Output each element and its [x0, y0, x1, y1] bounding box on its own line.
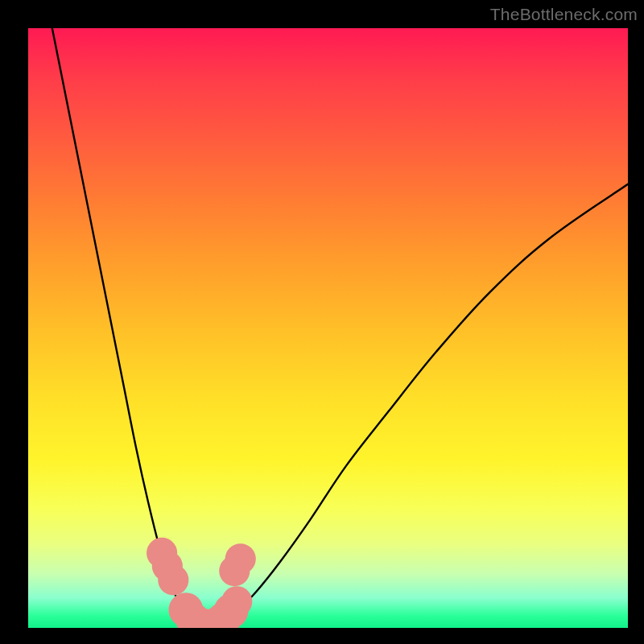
series-right-branch [226, 184, 628, 619]
right-dot-5 [225, 543, 256, 574]
watermark-text: TheBottleneck.com [490, 5, 638, 24]
right-dot-3 [221, 586, 252, 617]
series-left-branch [52, 28, 190, 619]
plot-area [28, 28, 628, 628]
curve-layer [28, 28, 628, 628]
left-dot-3 [158, 564, 188, 595]
chart-frame: TheBottleneck.com [0, 0, 644, 644]
